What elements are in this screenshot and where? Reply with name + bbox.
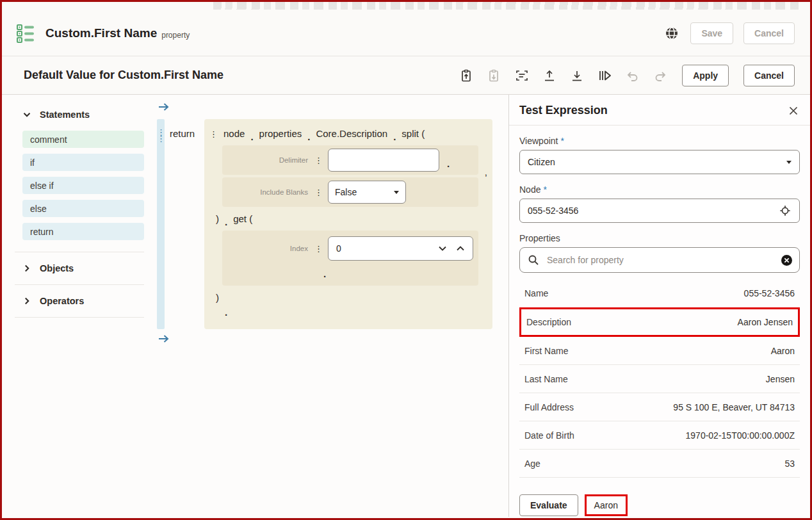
download-icon[interactable]: [570, 69, 584, 83]
expression-text-icon[interactable]: [515, 69, 529, 83]
palette-sidebar: Statements comment if else if else retur…: [2, 95, 149, 517]
get-chain: ) . get (: [216, 209, 492, 228]
section-operators[interactable]: Operators: [22, 294, 144, 308]
search-input[interactable]: [547, 255, 781, 265]
section-objects[interactable]: Objects: [22, 261, 144, 275]
param-include-blanks-label: Include Blanks: [222, 188, 308, 196]
app-header: Custom.First Name property Save Cancel: [2, 2, 810, 56]
section-objects-label: Objects: [40, 263, 74, 273]
properties-label: Properties: [519, 233, 800, 243]
expression-header: Default Value for Custom.First Name: [2, 56, 810, 95]
property-row-date-of-birth: Date of Birth 1970-02-15T00:00:00.000Z: [519, 421, 800, 450]
trailing-separator: .: [225, 307, 492, 321]
insert-point-arrow-icon[interactable]: [158, 334, 508, 347]
statement-chip-return[interactable]: return: [22, 223, 144, 240]
property-search: [519, 247, 800, 273]
chain-separator: .: [225, 307, 227, 318]
insert-point-arrow-icon[interactable]: [158, 102, 508, 115]
term-node[interactable]: node: [223, 128, 245, 139]
get-close: ): [216, 288, 492, 307]
spinner-increment-icon[interactable]: [456, 245, 465, 252]
annotation-highlight-result: Aaron: [585, 494, 628, 516]
viewpoint-label: Viewpoint*: [519, 136, 800, 146]
split-close-paren: ): [216, 213, 219, 224]
property-row-first-name: First Name Aaron: [519, 337, 800, 365]
statement-chip-if[interactable]: if: [22, 154, 144, 171]
index-spinner[interactable]: 0: [328, 236, 473, 261]
property-list-icon: [16, 23, 35, 44]
statement-chip-comment[interactable]: comment: [22, 131, 144, 148]
term-split-open[interactable]: split (: [402, 128, 425, 139]
dropdown-caret-icon: [786, 161, 792, 164]
term-properties[interactable]: properties: [259, 128, 302, 139]
chain-separator: .: [447, 158, 450, 169]
term-core-description[interactable]: Core.Description: [316, 128, 387, 139]
chain-separator: .: [323, 268, 473, 279]
run-expression-icon[interactable]: [597, 69, 612, 83]
node-input[interactable]: [528, 206, 779, 216]
clipboard-arrow-up-icon[interactable]: [460, 69, 474, 83]
section-statements-label: Statements: [40, 110, 90, 120]
param-include-blanks: Include Blanks ⋮ False: [222, 177, 478, 207]
node-field: [519, 199, 800, 223]
term-drag-handle-icon[interactable]: ⋮: [209, 130, 218, 138]
chevron-right-icon: [22, 297, 31, 305]
clear-search-icon[interactable]: [781, 254, 793, 266]
redo-icon[interactable]: [653, 69, 667, 83]
argument-comma: ,: [485, 167, 487, 177]
property-row-name: Name 055-52-3456: [519, 279, 800, 307]
evaluate-button[interactable]: Evaluate: [519, 494, 578, 516]
search-icon: [528, 254, 539, 266]
param-delimiter: Delimiter ⋮ . ,: [222, 145, 478, 175]
chevron-down-icon: [22, 110, 31, 119]
node-label: Node*: [519, 184, 800, 195]
page-title-type: property: [161, 31, 190, 40]
clipboard-arrow-down-icon[interactable]: [487, 69, 501, 83]
locate-node-icon[interactable]: [779, 204, 792, 217]
spinner-decrement-icon[interactable]: [438, 245, 447, 252]
required-marker: *: [543, 184, 546, 195]
expression-canvas[interactable]: ⋮⋮ return ⋮ node . properties . Core.Des…: [149, 95, 508, 517]
section-statements[interactable]: Statements: [22, 108, 144, 122]
annotation-highlight-description: Description Aaron Jensen: [519, 307, 800, 337]
section-operators-label: Operators: [40, 296, 84, 306]
param-drag-handle-icon[interactable]: ⋮: [314, 245, 323, 253]
dropdown-caret-icon: [394, 191, 399, 194]
chain-separator: .: [393, 131, 396, 142]
statement-chips: comment if else if else return: [22, 131, 144, 240]
globe-icon[interactable]: [663, 25, 680, 42]
statement-chip-else-if[interactable]: else if: [22, 177, 144, 194]
test-expression-panel: Test Expression Viewpoint* Citizen Node*: [508, 95, 810, 517]
property-row-full-address: Full Address 95 S 100 E, Beaver, UT 8471…: [519, 393, 800, 421]
undo-icon[interactable]: [626, 69, 640, 83]
property-row-description: Description Aaron Jensen: [521, 309, 798, 335]
return-keyword: return: [170, 119, 198, 139]
apply-button[interactable]: Apply: [682, 65, 729, 86]
app-window: Custom.First Name property Save Cancel D…: [0, 0, 812, 520]
viewpoint-value: Citizen: [528, 157, 555, 167]
sidebar-divider: [15, 317, 144, 318]
chain-separator: .: [225, 216, 227, 227]
evaluation-result: Aaron: [594, 500, 618, 510]
cancel-button[interactable]: Cancel: [743, 22, 795, 44]
close-icon[interactable]: [787, 104, 800, 117]
chevron-right-icon: [22, 264, 31, 273]
expression-title: Default Value for Custom.First Name: [24, 69, 223, 82]
property-row-age: Age 53: [519, 450, 800, 478]
viewpoint-dropdown[interactable]: Citizen: [519, 150, 800, 174]
delimiter-input[interactable]: [328, 149, 439, 172]
include-blanks-dropdown[interactable]: False: [328, 181, 406, 204]
chain-separator: .: [250, 131, 253, 142]
statement-drag-handle-icon[interactable]: ⋮⋮: [157, 119, 165, 329]
param-drag-handle-icon[interactable]: ⋮: [314, 188, 323, 197]
save-button[interactable]: Save: [690, 22, 733, 44]
clipped-watermark: [213, 2, 799, 10]
panel-title: Test Expression: [519, 104, 608, 117]
expression-cancel-button[interactable]: Cancel: [743, 65, 795, 86]
term-get-open[interactable]: get (: [233, 213, 252, 224]
chain-separator: .: [307, 131, 310, 142]
statement-chip-else[interactable]: else: [22, 200, 144, 217]
upload-icon[interactable]: [542, 69, 556, 83]
page-title: Custom.First Name: [45, 26, 157, 40]
param-drag-handle-icon[interactable]: ⋮: [314, 156, 323, 165]
